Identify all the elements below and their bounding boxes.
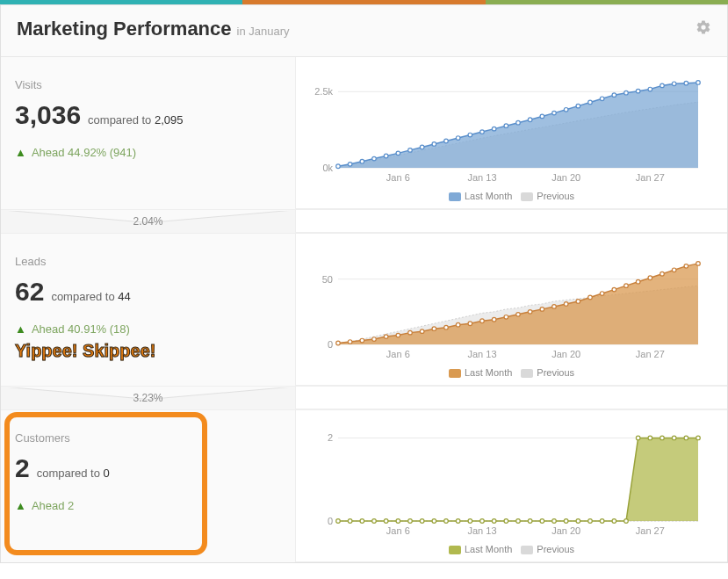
svg-point-101 [564, 519, 568, 524]
funnel-chevron: 3.23% [1, 387, 296, 409]
svg-point-19 [516, 120, 521, 125]
legend-swatch-current [449, 192, 461, 201]
chart-leads: 050Jan 6Jan 13Jan 20Jan 27Last MonthPrev… [296, 234, 727, 386]
chart-legend: Last MonthPrevious [303, 367, 711, 378]
funnel-visits-leads: 2.04% [1, 209, 727, 234]
svg-point-10 [408, 148, 413, 153]
svg-point-104 [600, 519, 604, 524]
page-subtitle: in January [237, 25, 290, 38]
svg-point-92 [456, 519, 460, 524]
svg-text:0: 0 [328, 339, 333, 350]
trend-text: Ahead 2 [32, 499, 74, 512]
metric-compared: compared to 2,095 [88, 113, 183, 127]
svg-point-45 [360, 338, 364, 343]
svg-point-15 [468, 133, 472, 137]
svg-point-95 [492, 519, 496, 524]
svg-text:Jan 27: Jan 27 [636, 172, 665, 183]
svg-point-4 [336, 164, 341, 169]
svg-text:0: 0 [328, 516, 333, 526]
svg-point-23 [564, 107, 568, 112]
metric-trend: ▲ Ahead 2 [15, 499, 281, 512]
svg-point-94 [480, 519, 485, 524]
svg-point-11 [420, 145, 424, 149]
compared-label: compared to [37, 467, 100, 480]
svg-point-51 [432, 327, 436, 331]
svg-point-84 [360, 519, 364, 524]
svg-point-26 [600, 97, 604, 101]
svg-text:Jan 20: Jan 20 [551, 172, 580, 183]
svg-point-90 [432, 519, 436, 524]
svg-point-5 [348, 163, 352, 167]
svg-point-98 [528, 519, 532, 524]
metric-card-customers: Customers 2 compared to 0 ▲ Ahead 2 [1, 410, 296, 562]
svg-point-87 [396, 519, 400, 524]
svg-point-52 [444, 325, 449, 329]
metric-value: 62 [15, 277, 44, 307]
svg-point-83 [348, 519, 352, 524]
metric-value-line: 62 compared to 44 [15, 277, 281, 307]
gear-icon[interactable] [696, 19, 711, 40]
svg-point-31 [660, 83, 665, 88]
compared-prev: 44 [118, 290, 130, 303]
svg-point-16 [480, 130, 485, 134]
svg-point-33 [684, 81, 688, 85]
svg-point-63 [576, 300, 580, 304]
metric-trend: ▲ Ahead 40.91% (18) [15, 322, 281, 336]
metric-compared: compared to 44 [51, 290, 130, 303]
svg-point-47 [384, 335, 388, 339]
legend-label-current: Last Month [465, 191, 512, 201]
svg-point-14 [456, 136, 460, 141]
svg-point-59 [528, 310, 532, 315]
svg-point-28 [624, 90, 629, 95]
svg-point-17 [492, 127, 496, 131]
svg-point-71 [672, 268, 676, 272]
svg-point-67 [624, 284, 629, 288]
svg-point-53 [456, 323, 460, 328]
metric-value: 2 [15, 453, 30, 483]
svg-point-69 [648, 276, 652, 280]
svg-point-96 [504, 519, 508, 524]
svg-point-106 [624, 519, 629, 524]
compared-label: compared to [88, 113, 151, 127]
svg-point-111 [684, 436, 688, 440]
svg-point-93 [468, 519, 472, 524]
svg-text:Jan 20: Jan 20 [551, 349, 580, 359]
stripe-segment [486, 0, 728, 4]
svg-point-24 [576, 104, 580, 108]
metric-value-line: 2 compared to 0 [15, 453, 281, 483]
trend-text: Ahead 44.92% (941) [32, 146, 136, 159]
metric-card-visits: Visits 3,036 compared to 2,095 ▲ Ahead 4… [1, 57, 296, 209]
svg-point-22 [552, 111, 557, 115]
svg-point-30 [648, 87, 652, 91]
svg-point-60 [540, 308, 544, 312]
chart-customers: 02Jan 6Jan 13Jan 20Jan 27Last MonthPrevi… [296, 410, 727, 562]
svg-point-49 [408, 330, 413, 335]
svg-point-6 [360, 159, 364, 163]
funnel-pct: 3.23% [1, 392, 295, 404]
svg-point-57 [504, 315, 508, 320]
svg-point-43 [336, 341, 341, 345]
svg-point-88 [408, 519, 413, 524]
svg-point-107 [636, 436, 640, 440]
svg-point-89 [420, 519, 424, 524]
metric-compared: compared to 0 [37, 467, 110, 480]
header-title-group: Marketing Performance in January [17, 18, 290, 40]
funnel-spacer [296, 210, 727, 233]
legend-swatch-previous [521, 546, 533, 554]
svg-point-110 [672, 436, 676, 440]
svg-point-109 [660, 436, 665, 440]
svg-text:2.5k: 2.5k [314, 86, 333, 97]
svg-point-46 [372, 337, 377, 342]
svg-text:50: 50 [322, 274, 333, 285]
arrow-up-icon: ▲ [15, 322, 26, 336]
legend-swatch-current [449, 369, 461, 378]
svg-text:Jan 6: Jan 6 [386, 172, 410, 183]
svg-point-100 [552, 519, 557, 524]
metric-value: 3,036 [15, 100, 81, 130]
trend-text: Ahead 40.91% (18) [32, 322, 130, 336]
legend-label-previous: Previous [537, 544, 574, 554]
compared-label: compared to [51, 290, 114, 303]
chart-visits: 0k2.5kJan 6Jan 13Jan 20Jan 27Last MonthP… [296, 57, 727, 209]
svg-point-97 [516, 519, 521, 524]
svg-point-102 [576, 519, 580, 524]
